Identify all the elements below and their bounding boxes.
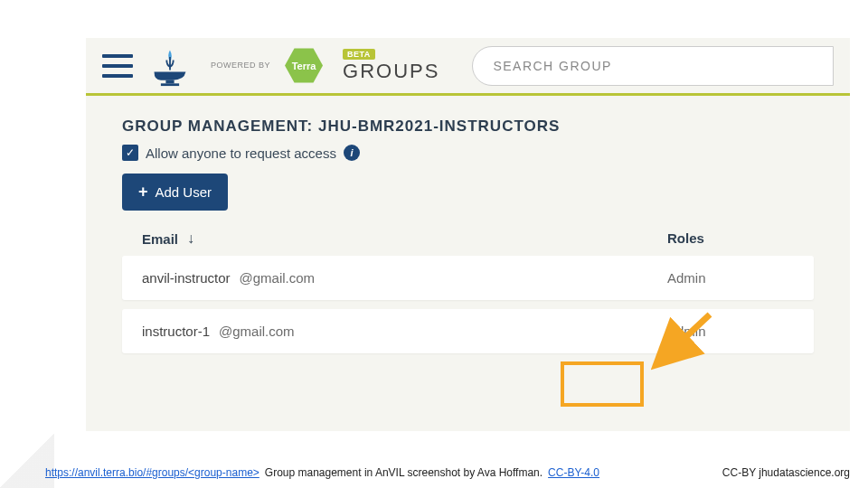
- email-local: instructor-1: [142, 324, 210, 339]
- cell-email: anvil-instructor@gmail.com: [142, 270, 667, 286]
- footer-url-link[interactable]: https://anvil.terra.bio/#groups/<group-n…: [45, 466, 259, 479]
- page-corner-decoration: [0, 434, 54, 488]
- svg-rect-0: [165, 80, 174, 83]
- email-domain: @gmail.com: [219, 324, 295, 339]
- search-wrap: [472, 46, 834, 86]
- footer-license-link[interactable]: CC-BY-4.0: [548, 466, 599, 479]
- email-domain: @gmail.com: [240, 270, 316, 286]
- terra-logo: Terra: [285, 47, 323, 85]
- add-user-button[interactable]: + Add User: [122, 174, 228, 211]
- footer-caption: https://anvil.terra.bio/#groups/<group-n…: [45, 466, 850, 479]
- add-user-label: Add User: [156, 184, 212, 200]
- anvil-logo: [147, 43, 193, 89]
- table-header: Email ↓ Roles: [122, 230, 814, 256]
- column-email-label: Email: [142, 231, 178, 247]
- allow-request-row: ✓ Allow anyone to request access i: [122, 145, 814, 161]
- column-roles-header[interactable]: Roles: [667, 230, 794, 247]
- app-window: POWERED BY Terra BETA GROUPS GROUP MANAG…: [86, 38, 850, 431]
- allow-request-label: Allow anyone to request access: [146, 145, 336, 161]
- footer-caption-text: Group management in AnVIL screenshot by …: [265, 466, 542, 479]
- section-heading: BETA GROUPS: [343, 49, 439, 83]
- table-row[interactable]: instructor-1@gmail.com Admin: [122, 309, 814, 353]
- cell-email: instructor-1@gmail.com: [142, 324, 667, 339]
- sort-descending-icon: ↓: [187, 230, 194, 247]
- allow-request-checkbox[interactable]: ✓: [122, 145, 138, 161]
- cell-role: Admin: [667, 270, 794, 286]
- column-email-header[interactable]: Email ↓: [142, 230, 667, 247]
- section-title: GROUPS: [343, 60, 439, 83]
- table-row[interactable]: anvil-instructor@gmail.com Admin: [122, 256, 814, 300]
- search-input[interactable]: [472, 46, 834, 86]
- terra-logo-label: Terra: [292, 61, 316, 71]
- header-bar: POWERED BY Terra BETA GROUPS: [86, 38, 850, 96]
- group-name: JHU-BMR2021-INSTRUCTORS: [318, 117, 560, 135]
- info-icon[interactable]: i: [344, 145, 360, 161]
- cell-role: Admin: [667, 324, 794, 339]
- powered-by-label: POWERED BY: [211, 61, 270, 70]
- svg-rect-1: [161, 83, 179, 86]
- email-local: anvil-instructor: [142, 270, 231, 286]
- content-area: GROUP MANAGEMENT: JHU-BMR2021-INSTRUCTOR…: [86, 96, 850, 384]
- page-title: GROUP MANAGEMENT: JHU-BMR2021-INSTRUCTOR…: [122, 117, 814, 136]
- beta-badge: BETA: [343, 49, 375, 60]
- menu-icon[interactable]: [102, 54, 133, 78]
- column-roles-label: Roles: [667, 230, 704, 246]
- plus-icon: +: [138, 183, 148, 202]
- footer-attribution: CC-BY jhudatascience.org: [722, 466, 850, 479]
- page-title-prefix: GROUP MANAGEMENT:: [122, 117, 318, 135]
